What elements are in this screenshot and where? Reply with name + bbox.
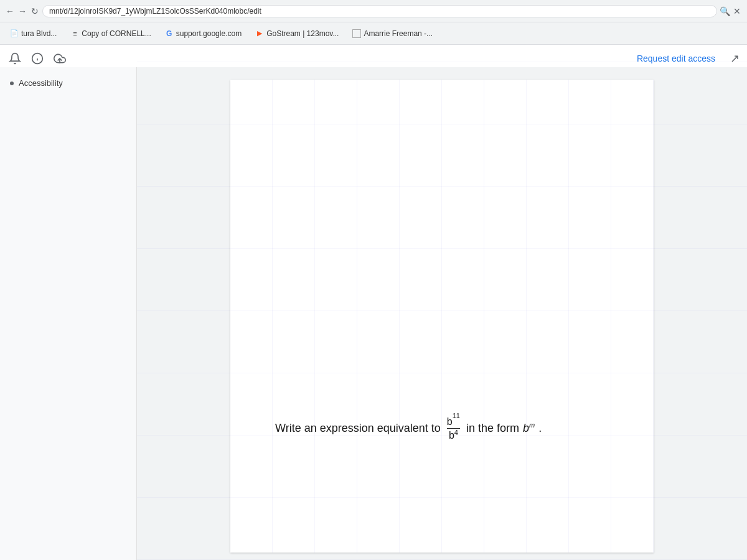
bookmark-tura[interactable]: 📄 tura Blvd... <box>5 27 62 40</box>
denominator-base: b <box>449 430 454 441</box>
denominator-exp: 4 <box>454 429 458 436</box>
form-base: b <box>523 422 529 434</box>
info-icon[interactable] <box>30 51 45 66</box>
notification-icon[interactable] <box>7 51 22 66</box>
outline-item-accessibility[interactable]: Accessibility <box>0 75 136 91</box>
form-exp: m <box>529 421 535 429</box>
doc-container: Write an expression equivalent to b11 b4… <box>137 67 747 560</box>
question-period: . <box>538 419 542 437</box>
cloud-icon[interactable] <box>52 51 67 66</box>
address-bar[interactable]: mnt/d/12joinroISK9d7_1yWbjmLZ1SolcOsSSer… <box>42 5 717 17</box>
video-icon: ▶ <box>255 29 264 38</box>
toolbar-left <box>7 51 67 66</box>
question-prefix: Write an expression equivalent to <box>275 419 441 437</box>
search-icon[interactable]: 🔍 <box>720 6 730 16</box>
toolbar-right: Request edit access ↗ <box>629 50 740 67</box>
outline-item-label: Accessibility <box>19 78 63 88</box>
forward-icon[interactable]: → <box>17 6 27 16</box>
close-icon[interactable]: ✕ <box>732 6 742 16</box>
doc-icon-2: ≡ <box>70 29 79 38</box>
bookmarks-bar: 📄 tura Blvd... ≡ Copy of CORNELL... G su… <box>0 22 747 45</box>
fraction: b11 b4 <box>447 416 460 441</box>
request-edit-button[interactable]: Request edit access <box>629 50 723 67</box>
form-expression: bm <box>523 419 535 437</box>
bookmark-amarrie[interactable]: Amarrie Freeman -... <box>347 27 438 40</box>
fraction-numerator: b11 <box>447 416 460 429</box>
bookmark-label: tura Blvd... <box>21 29 57 38</box>
doc-page: Write an expression equivalent to b11 b4… <box>230 80 654 553</box>
question-suffix: in the form <box>466 419 519 437</box>
fraction-denominator: b4 <box>449 429 458 441</box>
bookmark-google[interactable]: G support.google.com <box>160 27 247 40</box>
google-icon: G <box>165 29 174 38</box>
profile-icon <box>352 29 361 38</box>
bookmark-gostream[interactable]: ▶ GoStream | 123mov... <box>250 27 344 40</box>
bookmark-label-2: Copy of CORNELL... <box>82 29 151 38</box>
expand-icon[interactable]: ↗ <box>730 52 740 65</box>
reload-icon[interactable]: ↻ <box>30 6 40 16</box>
bookmark-label-5: Amarrie Freeman -... <box>364 29 433 38</box>
bookmark-label-3: support.google.com <box>176 29 242 38</box>
back-icon[interactable]: ← <box>5 6 15 16</box>
url-bar: ← → ↻ mnt/d/12joinroISK9d7_1yWbjmLZ1Solc… <box>0 0 747 22</box>
bookmark-cornell[interactable]: ≡ Copy of CORNELL... <box>65 27 156 40</box>
outline-sidebar: Accessibility <box>0 67 137 560</box>
numerator-base: b <box>447 416 453 427</box>
bookmark-label-4: GoStream | 123mov... <box>266 29 339 38</box>
question-area: Write an expression equivalent to b11 b4… <box>275 416 609 441</box>
outline-dot <box>10 82 14 85</box>
doc-icon: 📄 <box>10 29 19 38</box>
